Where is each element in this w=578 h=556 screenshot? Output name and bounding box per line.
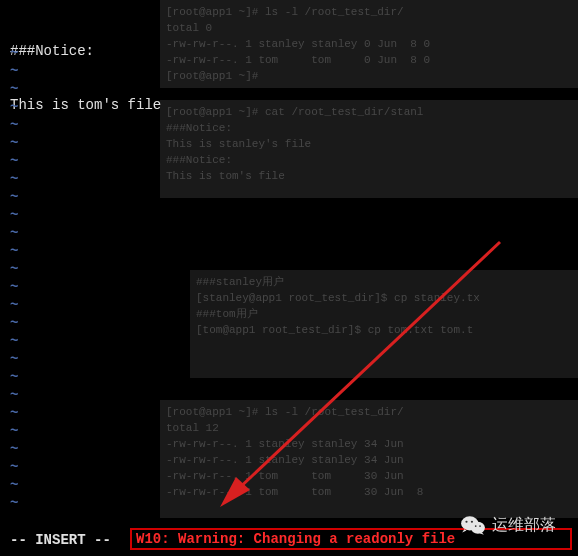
- vim-editor[interactable]: [root@app1 ~]# ls -l /root_test_dir/ tot…: [0, 0, 578, 556]
- empty-line-tilde: ~: [10, 458, 18, 476]
- empty-line-tildes: ~~~~~~~~~~~~~~~~~~~~~~~~~~: [10, 44, 18, 512]
- bg-terminal-panel-4: [root@app1 ~]# ls -l /root_test_dir/ tot…: [160, 400, 578, 518]
- empty-line-tilde: ~: [10, 134, 18, 152]
- watermark-label: 运维部落: [492, 515, 556, 536]
- empty-line-tilde: ~: [10, 260, 18, 278]
- empty-line-tilde: ~: [10, 278, 18, 296]
- svg-point-3: [471, 522, 485, 534]
- empty-line-tilde: ~: [10, 98, 18, 116]
- svg-point-5: [471, 521, 473, 523]
- empty-line-tilde: ~: [10, 62, 18, 80]
- svg-marker-8: [462, 529, 466, 532]
- empty-line-tilde: ~: [10, 206, 18, 224]
- bg-terminal-panel-1: [root@app1 ~]# ls -l /root_test_dir/ tot…: [160, 0, 578, 88]
- empty-line-tilde: ~: [10, 242, 18, 260]
- empty-line-tilde: ~: [10, 224, 18, 242]
- buffer-content: ###Notice: This is tom's file: [10, 6, 161, 150]
- empty-line-tilde: ~: [10, 116, 18, 134]
- file-line-2: This is tom's file: [10, 96, 161, 114]
- empty-line-tilde: ~: [10, 422, 18, 440]
- empty-line-tilde: ~: [10, 368, 18, 386]
- empty-line-tilde: ~: [10, 494, 18, 512]
- file-line-1: ###Notice:: [10, 42, 161, 60]
- mode-indicator: -- INSERT --: [10, 532, 111, 548]
- bg-terminal-panel-2: [root@app1 ~]# cat /root_test_dir/stanl …: [160, 100, 578, 198]
- empty-line-tilde: ~: [10, 404, 18, 422]
- empty-line-tilde: ~: [10, 170, 18, 188]
- empty-line-tilde: ~: [10, 188, 18, 206]
- svg-point-6: [475, 525, 477, 527]
- empty-line-tilde: ~: [10, 44, 18, 62]
- warning-text: W10: Warning: Changing a readonly file: [136, 531, 455, 547]
- empty-line-tilde: ~: [10, 440, 18, 458]
- empty-line-tilde: ~: [10, 314, 18, 332]
- empty-line-tilde: ~: [10, 80, 18, 98]
- empty-line-tilde: ~: [10, 332, 18, 350]
- wechat-icon: [460, 514, 486, 536]
- empty-line-tilde: ~: [10, 476, 18, 494]
- svg-point-7: [479, 525, 481, 527]
- empty-line-tilde: ~: [10, 386, 18, 404]
- bg-terminal-panel-3: ###stanley用户 [stanley@app1 root_test_dir…: [190, 270, 578, 378]
- svg-point-4: [465, 521, 467, 523]
- empty-line-tilde: ~: [10, 152, 18, 170]
- watermark: 运维部落: [460, 514, 556, 536]
- empty-line-tilde: ~: [10, 296, 18, 314]
- empty-line-tilde: ~: [10, 350, 18, 368]
